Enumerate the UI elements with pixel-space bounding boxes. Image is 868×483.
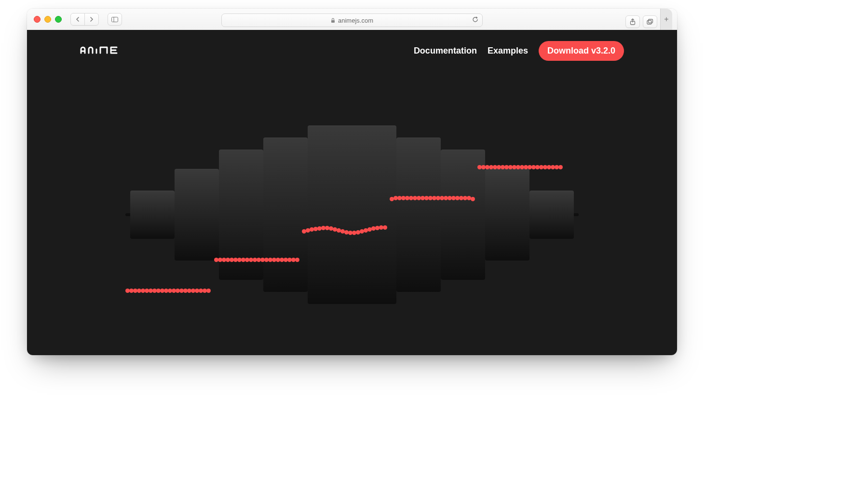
- hero-dot: [471, 197, 475, 201]
- hero-dot: [558, 165, 563, 169]
- share-button[interactable]: [625, 15, 640, 28]
- svg-rect-5: [649, 19, 653, 23]
- tabs-icon: [647, 19, 653, 25]
- hero-step-bar: [529, 191, 574, 239]
- svg-rect-4: [647, 21, 651, 25]
- minimize-window-button[interactable]: [44, 16, 51, 23]
- back-button[interactable]: [70, 13, 85, 26]
- safari-window: animejs.com +: [27, 9, 677, 355]
- hero-dots-row: [390, 196, 475, 200]
- hero-step-bar: [263, 138, 308, 292]
- address-bar[interactable]: animejs.com: [221, 14, 483, 27]
- reload-icon: [472, 16, 478, 23]
- hero-step-bar: [130, 191, 175, 239]
- share-icon: [630, 18, 636, 25]
- tabs-button[interactable]: [643, 15, 657, 28]
- hero-step-bar: [485, 169, 529, 261]
- hero-step-bar: [175, 169, 219, 261]
- svg-rect-0: [112, 17, 118, 22]
- titlebar: animejs.com +: [27, 9, 677, 30]
- reload-button[interactable]: [472, 16, 478, 24]
- hero-step-bar: [396, 138, 441, 292]
- window-controls: [34, 16, 62, 23]
- hero-graphic: [27, 30, 677, 355]
- hero-dots-row: [125, 289, 210, 293]
- svg-rect-2: [331, 20, 335, 23]
- forward-button[interactable]: [84, 13, 99, 26]
- hero-dots-row: [214, 258, 299, 262]
- address-bar-host: animejs.com: [338, 17, 373, 24]
- sidebar-icon: [111, 17, 118, 22]
- hero-dot: [295, 258, 299, 262]
- hero-step-bar: [308, 125, 396, 304]
- chevron-right-icon: [90, 17, 94, 22]
- plus-icon: +: [664, 15, 668, 24]
- hero-dot: [206, 289, 211, 293]
- page-content: Documentation Examples Download v3.2.0: [27, 30, 677, 355]
- lock-icon: [331, 18, 335, 23]
- chevron-left-icon: [76, 17, 80, 22]
- hero-dots-row: [302, 227, 387, 232]
- sidebar-button[interactable]: [108, 13, 122, 26]
- new-tab-button[interactable]: +: [660, 9, 672, 30]
- hero-dots-row: [477, 165, 562, 169]
- hero-dot: [383, 225, 387, 230]
- zoom-window-button[interactable]: [55, 16, 62, 23]
- close-window-button[interactable]: [34, 16, 41, 23]
